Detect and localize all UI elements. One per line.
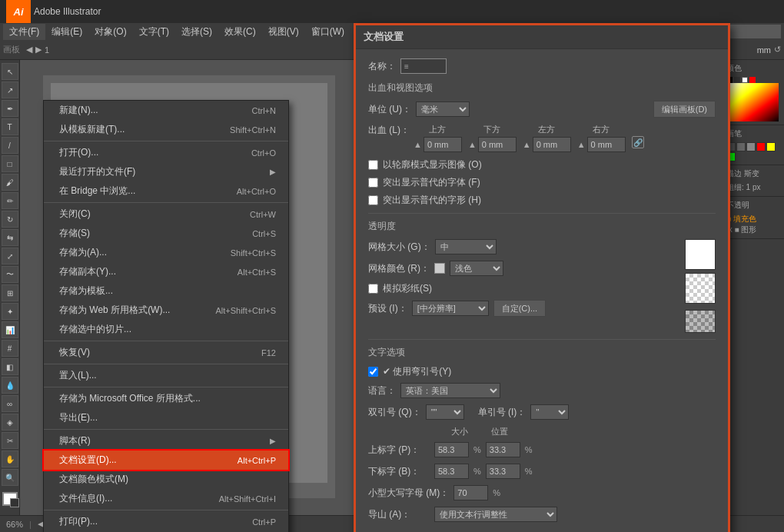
color-swatch-red[interactable] [749, 77, 756, 83]
menu-save-template[interactable]: 存储为模板... [44, 281, 288, 301]
bleed-left-input[interactable] [533, 137, 571, 152]
superscript-size-input[interactable] [434, 442, 469, 457]
tool-reflect[interactable]: ⇆ [2, 229, 18, 246]
menu-save[interactable]: 存储(S) Ctrl+S [44, 224, 288, 243]
bleed-bottom-input[interactable] [478, 137, 517, 152]
menu-select[interactable]: 选择(S) [175, 24, 218, 40]
small-caps-label: 小型大写字母 (M)： [368, 487, 449, 500]
tool-scissors[interactable]: ✂ [2, 432, 18, 449]
check-outline[interactable] [368, 160, 378, 170]
small-caps-input[interactable] [453, 485, 488, 500]
edit-artboard-btn[interactable]: 编辑画板(D) [653, 101, 716, 118]
language-row: 语言： 英语：美国 [368, 383, 716, 398]
tool-rect[interactable]: □ [2, 155, 18, 172]
menu-close[interactable]: 关闭(C) Ctrl+W [44, 204, 288, 224]
tool-hand[interactable]: ✋ [2, 451, 18, 467]
custom-btn[interactable]: 自定(C)... [493, 300, 546, 317]
single-quote-select[interactable]: '' [530, 404, 569, 420]
tool-blend[interactable]: ∞ [2, 395, 18, 412]
brush-swatch-2[interactable] [736, 142, 746, 151]
subscript-pos-input[interactable] [486, 464, 520, 479]
tool-select[interactable]: ↖ [2, 63, 18, 80]
menu-new-from-template[interactable]: 从模板新建(T)... Shift+Ctrl+N [44, 120, 288, 139]
check-font[interactable] [368, 178, 378, 188]
brush-swatch-4[interactable] [756, 142, 766, 151]
preset-select[interactable]: [中分辨率] [412, 301, 489, 316]
color-gradient[interactable] [726, 83, 779, 121]
superscript-pos-input[interactable] [486, 442, 520, 457]
menu-effect[interactable]: 效果(C) [218, 24, 262, 40]
bleed-right-input[interactable] [587, 137, 626, 152]
brush-swatch-3[interactable] [746, 142, 756, 151]
subscript-size-input[interactable] [434, 464, 469, 479]
menu-new[interactable]: 新建(N)... Ctrl+N [44, 101, 288, 120]
menu-color-mode[interactable]: 文档颜色模式(M) [44, 470, 288, 489]
color-swatch-dark[interactable] [734, 77, 740, 83]
menu-bridge[interactable]: 在 Bridge 中浏览... Alt+Ctrl+O [44, 181, 288, 201]
menu-revert[interactable]: 恢复(V) F12 [44, 343, 288, 362]
menu-recent[interactable]: 最近打开的文件(F) ▶ [44, 162, 288, 181]
tool-rotate[interactable]: ↻ [2, 211, 18, 228]
bleed-left: 左方 ▲ [523, 124, 571, 152]
tool-free-transform[interactable]: ⊞ [2, 284, 18, 301]
menu-save-ms[interactable]: 存储为 Microsoft Office 所用格式... [44, 389, 288, 408]
menu-export[interactable]: 导出(E)... [44, 408, 288, 427]
color-swatch-white[interactable] [742, 77, 748, 83]
tool-live-paint[interactable]: ◈ [2, 414, 18, 431]
menu-save-copy[interactable]: 存储副本(Y)... Alt+Ctrl+S [44, 262, 288, 281]
menu-doc-settings[interactable]: 文档设置(D)... Alt+Ctrl+P [44, 451, 288, 470]
menu-open[interactable]: 打开(O)... Ctrl+O [44, 143, 288, 162]
doc-settings-titlebar: 文档设置 [356, 25, 728, 49]
superscript-row: 上标字 (P)： % % [368, 442, 716, 457]
menu-edit[interactable]: 编辑(E) [45, 24, 88, 40]
link-bleed-icon[interactable]: 🔗 [632, 136, 644, 148]
menu-file[interactable]: 文件(F) [3, 24, 45, 40]
menu-scripts[interactable]: 脚本(R) ▶ [44, 431, 288, 451]
menu-view[interactable]: 视图(V) [262, 24, 305, 40]
menu-object[interactable]: 对象(O) [88, 24, 132, 40]
tool-paintbrush[interactable]: 🖌 [2, 174, 18, 191]
tool-gradient[interactable]: ◧ [2, 358, 18, 375]
grid-size-select[interactable]: 中 [435, 239, 497, 254]
language-select[interactable]: 英语：美国 [400, 383, 500, 398]
guide-select[interactable]: 使用文本行调整性 [434, 507, 557, 522]
grid-color-swatch [434, 263, 445, 274]
nav-next[interactable]: ▶ [35, 45, 42, 55]
menu-print[interactable]: 打印(P)... Ctrl+P [44, 512, 288, 531]
use-quotes-check[interactable] [368, 367, 378, 377]
tool-text[interactable]: T [2, 118, 18, 135]
menu-file-info[interactable]: 文件信息(I)... Alt+Shift+Ctrl+I [44, 489, 288, 508]
tool-pen[interactable]: ✒ [2, 100, 18, 117]
brush-swatch-5[interactable] [766, 142, 776, 151]
ai-logo: Ai [6, 0, 31, 23]
grid-color-select[interactable]: 浅色 [450, 261, 503, 276]
menu-window[interactable]: 窗口(W) [305, 24, 350, 40]
tool-mesh[interactable]: # [2, 340, 18, 357]
tool-scale[interactable]: ⤢ [2, 248, 18, 264]
tool-eyedropper[interactable]: 💧 [2, 377, 18, 394]
simulate-paper-check[interactable] [368, 284, 378, 294]
app-title: Adobe Illustrator [34, 6, 101, 17]
rotate-icon[interactable]: ↺ [774, 45, 781, 55]
tool-symbol[interactable]: ✦ [2, 303, 18, 320]
menu-save-web[interactable]: 存储为 Web 所用格式(W)... Alt+Shift+Ctrl+S [44, 301, 288, 320]
tool-column-graph[interactable]: 📊 [2, 321, 18, 338]
bleed-bottom: 下方 ▲ [468, 124, 517, 152]
pos-col-label: 位置 [491, 426, 508, 437]
menu-text[interactable]: 文字(T) [133, 24, 175, 40]
bleed-right: 右方 ▲ [577, 124, 626, 152]
double-quote-select[interactable]: "" [426, 404, 464, 420]
unit-select[interactable]: 毫米 [416, 101, 470, 117]
menu-place[interactable]: 置入(L)... [44, 366, 288, 385]
tool-warp[interactable]: 〜 [2, 266, 18, 283]
tool-zoom[interactable]: 🔍 [2, 469, 18, 486]
fill-stroke[interactable] [2, 492, 18, 506]
menu-save-as[interactable]: 存储为(A)... Shift+Ctrl+S [44, 243, 288, 262]
tool-direct-select[interactable]: ↗ [2, 81, 18, 98]
nav-prev[interactable]: ◀ [26, 45, 32, 55]
menu-save-slices[interactable]: 存储选中的切片... [44, 320, 288, 339]
tool-pencil[interactable]: ✏ [2, 192, 18, 209]
bleed-top-input[interactable] [424, 137, 462, 152]
check-glyph[interactable] [368, 195, 378, 205]
tool-line[interactable]: / [2, 137, 18, 154]
